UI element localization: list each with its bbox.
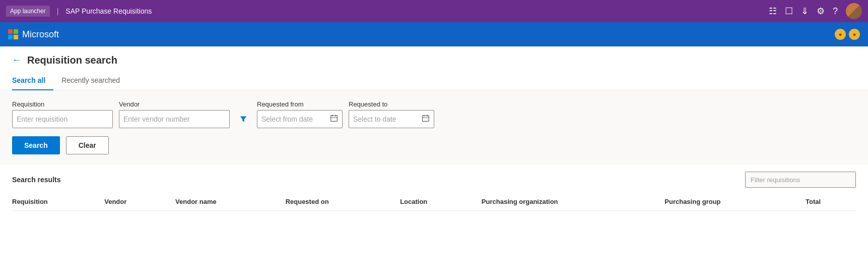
calendar-from-icon: [330, 114, 338, 124]
app-launcher-button[interactable]: App launcher: [6, 6, 50, 17]
ms-sq-green: [14, 29, 18, 34]
requisition-field-group: Requisition: [12, 100, 113, 128]
svg-rect-0: [331, 116, 338, 121]
ms-logo-squares: [8, 29, 18, 39]
help-icon[interactable]: ?: [833, 6, 838, 17]
coin-icon-1[interactable]: ●: [835, 29, 846, 40]
requested-from-placeholder: Select from date: [261, 115, 327, 123]
funnel-icon: [239, 115, 248, 124]
form-actions: Search Clear: [12, 136, 856, 154]
results-title: Search results: [12, 176, 61, 184]
top-bar-left: App launcher | SAP Purchase Requisitions: [6, 6, 152, 17]
app-name-label: SAP Purchase Requisitions: [65, 7, 152, 15]
requisition-label: Requisition: [12, 100, 113, 108]
tabs-container: Search all Recently searched: [0, 72, 868, 90]
top-nav-bar: App launcher | SAP Purchase Requisitions…: [0, 0, 868, 22]
requested-from-field-group: Requested from Select from date: [257, 100, 343, 128]
chat-icon[interactable]: ☐: [785, 6, 793, 17]
col-location: Location: [394, 193, 476, 211]
search-form: Requisition Vendor Requested from Select…: [0, 90, 868, 165]
requested-from-label: Requested from: [257, 100, 343, 108]
coin-icon-2[interactable]: ●: [849, 29, 860, 40]
requested-to-input[interactable]: Select to date: [349, 110, 434, 128]
top-bar-separator: |: [57, 7, 59, 15]
ms-sq-red: [8, 29, 13, 34]
results-table: Requisition Vendor Vendor name Requested…: [12, 193, 856, 211]
svg-rect-4: [423, 116, 429, 121]
top-bar-right: ☷ ☐ ⇓ ⚙ ?: [769, 3, 862, 19]
avatar-image: [846, 3, 862, 19]
filter-icon-button[interactable]: [236, 110, 251, 128]
vendor-label: Vendor: [119, 100, 230, 108]
page-content: ← Requisition search Search all Recently…: [0, 46, 868, 270]
col-requisition: Requisition: [12, 193, 98, 211]
col-total: Total: [799, 193, 856, 211]
requested-to-field-group: Requested to Select to date: [349, 100, 434, 128]
clear-button[interactable]: Clear: [66, 136, 109, 154]
microsoft-bar: Microsoft ● ●: [0, 22, 868, 46]
settings-icon[interactable]: ⚙: [817, 6, 825, 17]
tab-search-all[interactable]: Search all: [12, 72, 53, 90]
grid-icon[interactable]: ☷: [769, 6, 777, 17]
col-purchasing-organization: Purchasing organization: [476, 193, 658, 211]
filter-requisitions-input[interactable]: [745, 172, 856, 188]
col-purchasing-group: Purchasing group: [658, 193, 799, 211]
col-vendor: Vendor: [98, 193, 169, 211]
form-fields: Requisition Vendor Requested from Select…: [12, 100, 856, 128]
vendor-field-group: Vendor: [119, 100, 230, 128]
back-button[interactable]: ←: [12, 55, 21, 66]
table-header-row: Requisition Vendor Vendor name Requested…: [12, 193, 856, 211]
vendor-input[interactable]: [119, 110, 230, 128]
requested-to-placeholder: Select to date: [353, 115, 419, 123]
calendar-to-icon: [422, 114, 430, 124]
microsoft-label: Microsoft: [22, 29, 59, 40]
requested-from-input[interactable]: Select from date: [257, 110, 343, 128]
download-icon[interactable]: ⇓: [801, 6, 809, 17]
tab-recently-searched[interactable]: Recently searched: [53, 72, 128, 90]
ms-sq-blue: [8, 35, 13, 39]
microsoft-logo[interactable]: Microsoft: [8, 29, 59, 40]
requested-to-label: Requested to: [349, 100, 434, 108]
page-title: Requisition search: [27, 55, 117, 66]
requisition-input[interactable]: [12, 110, 113, 128]
col-requested-on: Requested on: [280, 193, 394, 211]
table-header: Requisition Vendor Vendor name Requested…: [12, 193, 856, 211]
search-button[interactable]: Search: [12, 136, 60, 154]
results-section: Search results Requisition Vendor Vendor…: [0, 165, 868, 211]
results-header: Search results: [12, 165, 856, 193]
ms-bar-right: ● ●: [835, 29, 860, 40]
col-vendor-name: Vendor name: [169, 193, 280, 211]
page-header: ← Requisition search: [0, 46, 868, 66]
avatar[interactable]: [846, 3, 862, 19]
ms-sq-yellow: [14, 35, 18, 39]
